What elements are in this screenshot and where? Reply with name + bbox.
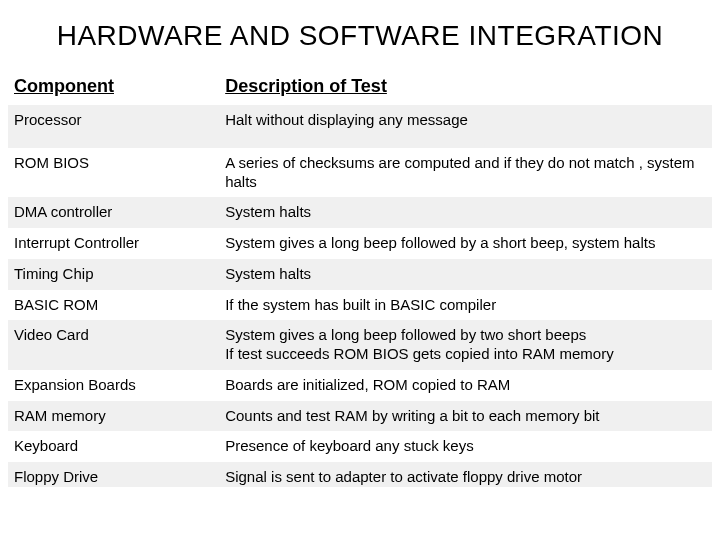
cell-component: Expansion Boards [8, 370, 219, 401]
table-row: BASIC ROM If the system has built in BAS… [8, 290, 712, 321]
cell-description: If the system has built in BASIC compile… [219, 290, 712, 321]
table-row: Video Card System gives a long beep foll… [8, 320, 712, 370]
table-row: Timing Chip System halts [8, 259, 712, 290]
table-row: Expansion Boards Boards are initialized,… [8, 370, 712, 401]
cell-description: System gives a long beep followed by two… [219, 320, 712, 370]
cell-description: A series of checksums are computed and i… [219, 148, 712, 198]
table-row: ROM BIOS A series of checksums are compu… [8, 148, 712, 198]
cell-component: Processor [8, 105, 219, 148]
cell-component: Keyboard [8, 431, 219, 462]
cell-description: Boards are initialized, ROM copied to RA… [219, 370, 712, 401]
cell-component: ROM BIOS [8, 148, 219, 198]
table-row: DMA controller System halts [8, 197, 712, 228]
integration-table: Component Description of Test Processor … [8, 70, 712, 487]
table-row: RAM memory Counts and test RAM by writin… [8, 401, 712, 432]
cell-component: DMA controller [8, 197, 219, 228]
table-row: Keyboard Presence of keyboard any stuck … [8, 431, 712, 462]
header-description: Description of Test [219, 70, 712, 105]
table-header-row: Component Description of Test [8, 70, 712, 105]
table-row: Processor Halt without displaying any me… [8, 105, 712, 148]
cell-description: Presence of keyboard any stuck keys [219, 431, 712, 462]
cell-component: Interrupt Controller [8, 228, 219, 259]
table-row: Floppy Drive Signal is sent to adapter t… [8, 462, 712, 487]
cell-description: System halts [219, 197, 712, 228]
cell-component: Timing Chip [8, 259, 219, 290]
header-component: Component [8, 70, 219, 105]
cell-component: BASIC ROM [8, 290, 219, 321]
cell-component: Floppy Drive [8, 462, 219, 487]
cell-component: Video Card [8, 320, 219, 370]
cell-description: System gives a long beep followed by a s… [219, 228, 712, 259]
cell-description: Counts and test RAM by writing a bit to … [219, 401, 712, 432]
cell-description: Halt without displaying any message [219, 105, 712, 148]
cell-description: Signal is sent to adapter to activate fl… [219, 462, 712, 487]
cell-description: System halts [219, 259, 712, 290]
page-title: HARDWARE AND SOFTWARE INTEGRATION [8, 20, 712, 52]
table-row: Interrupt Controller System gives a long… [8, 228, 712, 259]
cell-component: RAM memory [8, 401, 219, 432]
